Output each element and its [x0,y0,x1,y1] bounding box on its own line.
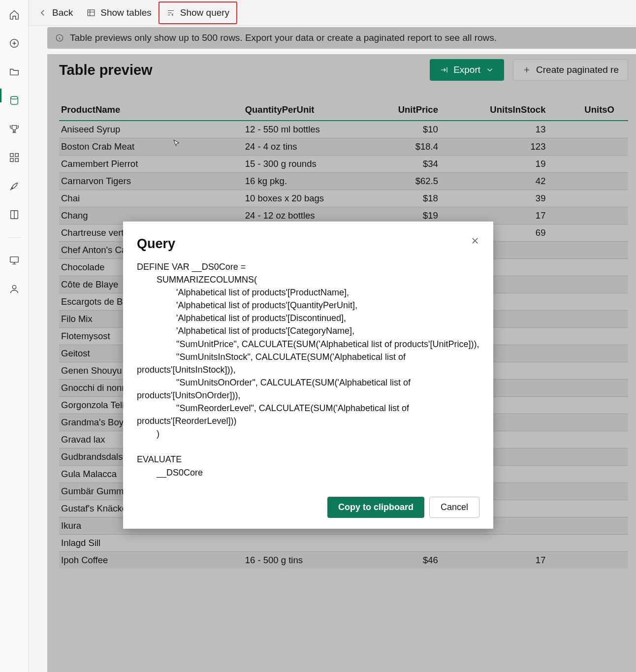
show-tables-label: Show tables [100,7,152,18]
query-modal: Query DEFINE VAR __DS0Core = SUMMARIZECO… [123,222,493,529]
table-row[interactable]: Camembert Pierrot15 - 300 g rounds$3419 [59,156,628,173]
folder-icon[interactable] [8,66,20,78]
page-actions: Export Create paginated re [430,59,628,81]
svg-point-8 [12,286,16,289]
back-button[interactable]: Back [32,2,80,23]
table-head: ProductNameQuantityPerUnitUnitPriceUnits… [59,99,628,121]
table-row[interactable]: Boston Crab Meat24 - 4 oz tins$18.4123 [59,138,628,156]
col-unitprice[interactable]: UnitPrice [368,99,452,121]
rocket-icon[interactable] [8,180,20,192]
chevron-left-icon [38,8,47,17]
close-icon [471,236,479,245]
modal-title: Query [137,236,175,252]
home-icon[interactable] [8,9,20,21]
info-notice: Table previews only show up to 500 rows.… [47,27,636,49]
plus-icon [522,65,531,74]
show-query-button[interactable]: Show query [159,1,237,24]
copy-to-clipboard-button[interactable]: Copy to clipboard [327,497,424,518]
col-quantityperunit[interactable]: QuantityPerUnit [243,99,368,121]
col-productname[interactable]: ProductName [59,99,243,121]
active-marker [0,89,1,102]
svg-rect-9 [88,10,95,16]
chevron-down-icon [485,65,494,74]
col-unitso[interactable]: UnitsO [559,99,628,121]
book-icon[interactable] [8,209,20,221]
svg-rect-3 [15,154,18,157]
modal-footer: Copy to clipboard Cancel [137,490,479,518]
top-toolbar: Back Show tables Show query [29,0,636,26]
show-tables-button[interactable]: Show tables [80,2,159,23]
table-row[interactable]: Chai10 boxes x 20 bags$1839 [59,190,628,207]
export-button[interactable]: Export [430,59,504,81]
export-icon [440,65,448,74]
col-unitsinstock[interactable]: UnitsInStock [452,99,560,121]
svg-rect-4 [10,159,13,161]
back-label: Back [52,7,73,18]
app-icon[interactable] [8,152,20,163]
show-query-label: Show query [180,7,229,18]
sidebar-divider [7,237,21,238]
query-body[interactable]: DEFINE VAR __DS0Core = SUMMARIZECOLUMNS(… [137,252,479,490]
plus-circle-icon[interactable] [8,37,20,49]
trophy-icon[interactable] [8,123,20,135]
export-label: Export [453,64,480,75]
svg-point-1 [10,96,18,99]
table-row[interactable]: Ipoh Coffee16 - 500 g tins$4617 [59,552,628,569]
svg-rect-2 [10,154,13,157]
table-row[interactable]: Carnarvon Tigers16 kg pkg.$62.542 [59,173,628,190]
page-header: Table preview Export Create paginated re [59,59,628,81]
modal-header: Query [137,236,479,252]
query-icon [166,8,175,17]
database-icon[interactable] [8,95,20,106]
left-sidebar [0,0,29,672]
table-row[interactable]: Inlagd Sill [59,535,628,552]
create-paginated-button[interactable]: Create paginated re [513,59,628,81]
info-icon [55,33,64,42]
page-title: Table preview [59,62,153,78]
person-icon[interactable] [8,283,20,295]
table-icon [87,8,95,17]
notice-text: Table previews only show up to 500 rows.… [70,32,497,43]
cancel-button[interactable]: Cancel [429,497,479,518]
svg-rect-7 [10,257,18,262]
svg-rect-5 [15,159,18,161]
create-paginated-label: Create paginated re [536,64,619,75]
monitor-icon[interactable] [8,255,20,266]
close-button[interactable] [471,236,479,247]
table-row[interactable]: Aniseed Syrup12 - 550 ml bottles$1013 [59,121,628,138]
